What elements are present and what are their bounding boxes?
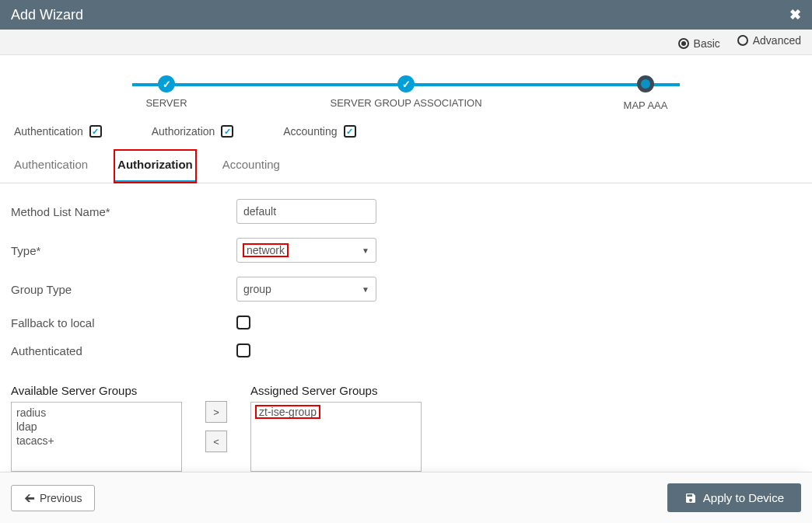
- method-list-name-input[interactable]: [236, 199, 376, 224]
- flag-label: Authentication: [14, 125, 83, 138]
- chevron-down-icon: ▼: [362, 246, 369, 255]
- arrow-left-icon: 🡨: [24, 492, 35, 504]
- checkbox-accounting[interactable]: [344, 125, 356, 138]
- available-listbox[interactable]: radius ldap tacacs+: [11, 402, 182, 472]
- dialog-title: Add Wizard: [11, 7, 83, 23]
- chevron-down-icon: ▼: [362, 285, 369, 294]
- group-type-select[interactable]: group ▼: [236, 277, 376, 302]
- wizard-step-label: MAP AAA: [526, 99, 765, 111]
- group-type-value: group: [243, 283, 271, 295]
- wizard-step-label: SERVER: [47, 97, 286, 109]
- wizard-progress: ✓ SERVER ✓ SERVER GROUP ASSOCIATION MAP …: [0, 55, 812, 125]
- mapaaa-flags-row: Authentication Authorization Accounting: [0, 125, 812, 150]
- list-item[interactable]: ldap: [16, 420, 177, 434]
- authorization-form: Method List Name* Type* network ▼ Group …: [0, 183, 812, 379]
- apply-label: Apply to Device: [703, 491, 784, 504]
- tab-authentication[interactable]: Authentication: [11, 150, 91, 183]
- current-step-icon: [637, 75, 654, 92]
- flag-authentication: Authentication: [14, 125, 102, 138]
- save-icon: [684, 492, 697, 504]
- wizard-step-map-aaa: MAP AAA: [526, 75, 765, 111]
- type-select[interactable]: network ▼: [236, 238, 376, 263]
- previous-label: Previous: [40, 492, 82, 504]
- footer: 🡨 Previous Apply to Device: [0, 472, 812, 523]
- list-item[interactable]: radius: [16, 406, 177, 420]
- group-type-label: Group Type: [11, 283, 236, 296]
- titlebar: Add Wizard ✖: [0, 0, 812, 30]
- available-header: Available Server Groups: [11, 384, 182, 397]
- authenticated-label: Authenticated: [11, 344, 236, 357]
- type-value: network: [243, 244, 288, 256]
- fallback-checkbox[interactable]: [236, 316, 250, 329]
- move-left-button[interactable]: <: [205, 431, 227, 452]
- radio-dot-icon: [678, 38, 689, 49]
- mode-basic-label: Basic: [694, 37, 720, 50]
- wizard-step-label: SERVER GROUP ASSOCIATION: [286, 97, 526, 109]
- move-right-button[interactable]: >: [205, 401, 227, 423]
- flag-label: Authorization: [152, 125, 215, 138]
- type-label: Type*: [11, 244, 236, 257]
- list-item[interactable]: zt-ise-group: [256, 406, 320, 418]
- flag-label: Accounting: [283, 125, 337, 138]
- apply-to-device-button[interactable]: Apply to Device: [667, 483, 801, 512]
- tab-accounting[interactable]: Accounting: [219, 150, 283, 183]
- authenticated-checkbox[interactable]: [236, 343, 250, 357]
- flag-authorization: Authorization: [152, 125, 234, 138]
- assigned-header: Assigned Server Groups: [250, 384, 422, 397]
- mode-basic-radio[interactable]: Basic: [678, 37, 720, 50]
- mode-advanced-label: Advanced: [753, 34, 801, 47]
- checkbox-authorization[interactable]: [221, 125, 233, 138]
- assigned-listbox[interactable]: zt-ise-group: [250, 402, 422, 472]
- fallback-label: Fallback to local: [11, 316, 236, 329]
- tabs: Authentication Authorization Accounting: [0, 150, 812, 183]
- check-icon: ✓: [397, 75, 415, 92]
- mode-strip: Basic Advanced: [0, 30, 812, 55]
- checkbox-authentication[interactable]: [89, 125, 102, 138]
- radio-dot-icon: [737, 35, 748, 46]
- tab-authorization[interactable]: Authorization: [114, 150, 196, 183]
- mode-advanced-radio[interactable]: Advanced: [737, 34, 801, 47]
- method-list-name-label: Method List Name*: [11, 205, 236, 218]
- flag-accounting: Accounting: [283, 125, 355, 138]
- previous-button[interactable]: 🡨 Previous: [11, 485, 95, 511]
- close-icon[interactable]: ✖: [789, 6, 801, 23]
- wizard-step-server: ✓ SERVER: [47, 75, 286, 111]
- list-item[interactable]: tacacs+: [16, 434, 177, 448]
- wizard-step-server-group: ✓ SERVER GROUP ASSOCIATION: [286, 75, 526, 111]
- check-icon: ✓: [158, 75, 175, 92]
